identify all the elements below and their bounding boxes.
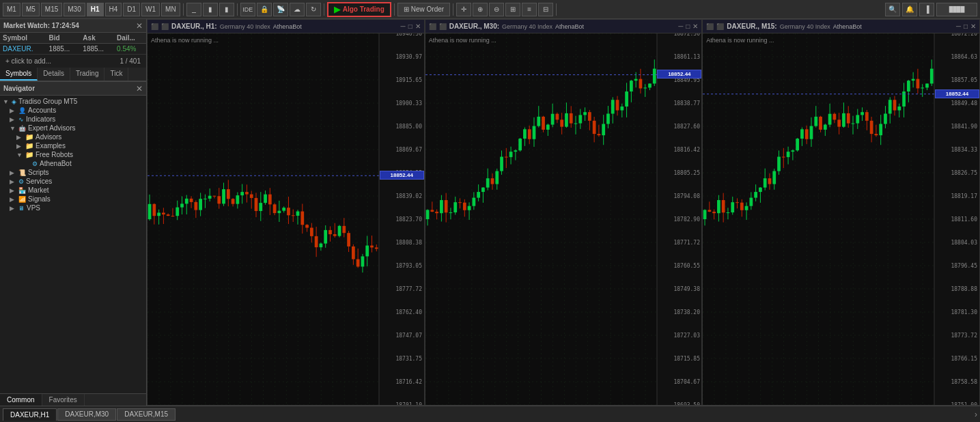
market-icon: 🏪 — [18, 187, 26, 194]
chart-h1-maximize[interactable]: □ — [408, 23, 412, 30]
tf-m5[interactable]: M5 — [22, 3, 40, 16]
crosshair-icon[interactable]: ✛ — [456, 3, 471, 16]
nav-indicators-label: Indicators — [26, 115, 55, 123]
radio-icon[interactable]: 📡 — [273, 3, 288, 16]
chart-h1-canvas — [148, 33, 424, 405]
zoom-out-icon[interactable]: ⊖ — [489, 3, 504, 16]
ide-icon[interactable]: IDE — [240, 3, 255, 16]
chart-m15-maximize[interactable]: □ — [964, 23, 968, 30]
candle-chart-icon[interactable]: ▮ — [219, 3, 234, 16]
nav-tradiso[interactable]: ▼ ◈ Tradiso Group MT5 — [0, 97, 146, 106]
expand-vps: ▶ — [10, 205, 16, 212]
col-symbol: Symbol — [0, 33, 46, 44]
nav-vps[interactable]: ▶ 🖥 VPS — [0, 203, 146, 212]
nav-tab-favorites[interactable]: Favorites — [42, 394, 85, 406]
chart-m15-bot: AthenaBot — [833, 23, 862, 30]
chart-m30-body[interactable]: Athena is now running ... 18852.44 — [425, 33, 702, 405]
tf-mn[interactable]: MN — [161, 3, 180, 16]
main-layout: Market Watch: 17:24:54 ✕ Symbol Bid Ask … — [0, 19, 980, 406]
account-balance-icon[interactable]: ████ — [936, 3, 977, 16]
tf-m1[interactable]: M1 — [3, 3, 20, 16]
tf-h1[interactable]: H1 — [87, 3, 104, 16]
chart-m30-canvas — [425, 33, 702, 405]
refresh-icon[interactable]: ↻ — [306, 3, 321, 16]
new-order-button[interactable]: ⊞ New Order — [397, 3, 450, 16]
charts-area: ⬛ ⬛ DAXEUR., H1: Germany 40 Index Athena… — [147, 19, 980, 406]
signal-strength-icon[interactable]: ▐ — [919, 3, 934, 16]
grid-icon[interactable]: ⊞ — [505, 3, 520, 16]
nav-advisors[interactable]: ▶ 📁 Advisors — [0, 132, 146, 141]
nav-athenabot[interactable]: ⚙ AthenaBot — [0, 159, 146, 168]
tab-trading[interactable]: Trading — [70, 68, 105, 81]
line-chart-icon[interactable]: ⎯ — [186, 3, 201, 16]
chart-m30: ⬛ ⬛ DAXEUR., M30: Germany 40 Index Athen… — [425, 19, 703, 406]
tf-m15[interactable]: M15 — [41, 3, 62, 16]
tab-symbols[interactable]: Symbols — [0, 68, 38, 81]
expand-accounts: ▶ — [10, 107, 16, 114]
nav-ea[interactable]: ▼ 🤖 Expert Advisors — [0, 124, 146, 132]
bottom-tab-m15[interactable]: DAXEUR,M15 — [117, 408, 176, 421]
bar-chart-icon[interactable]: ▮ — [203, 3, 218, 16]
algo-trading-button[interactable]: ▶ Algo Trading — [327, 2, 391, 17]
tf-d1[interactable]: D1 — [123, 3, 140, 16]
navigator-title: Navigator — [3, 85, 35, 92]
folder-icon-freerobots: 📁 — [25, 151, 33, 158]
chart-m15-minimize[interactable]: ─ — [956, 23, 961, 30]
nav-accounts[interactable]: ▶ 👤 Accounts — [0, 106, 146, 115]
cloud-icon[interactable]: ☁ — [290, 3, 305, 16]
zoom-in-icon[interactable]: ⊕ — [473, 3, 488, 16]
separator-2 — [237, 3, 238, 16]
chart-m15-symbol: DAXEUR., M15: — [727, 23, 776, 30]
chart-m15-desc: Germany 40 Index — [780, 23, 830, 30]
toolbar-right: 🔍 🔔 ▐ ████ — [885, 3, 977, 16]
nav-freerobots-label: Free Robots — [36, 151, 73, 158]
tf-w1[interactable]: W1 — [141, 3, 160, 16]
nav-scripts[interactable]: ▶ 📜 Scripts — [0, 168, 146, 177]
nav-examples-label: Examples — [36, 142, 66, 150]
nav-freerobots[interactable]: ▼ 📁 Free Robots — [0, 150, 146, 159]
chart-m30-maximize[interactable]: □ — [686, 23, 690, 30]
nav-indicators[interactable]: ▶ ∿ Indicators — [0, 115, 146, 124]
bottom-tab-h1[interactable]: DAXEUR,H1 — [3, 408, 57, 421]
market-row-daxeur[interactable]: DAXEUR. 1885... 1885... 0.54% — [0, 44, 146, 55]
separator-6 — [556, 3, 557, 16]
vps-icon: 🖥 — [18, 205, 25, 212]
tab-details[interactable]: Details — [38, 68, 70, 81]
charts-row: ⬛ ⬛ DAXEUR., H1: Germany 40 Index Athena… — [147, 19, 980, 406]
folder-icon-examples: 📁 — [25, 142, 33, 150]
nav-tradiso-label: Tradiso Group MT5 — [18, 98, 77, 105]
expand-indicators: ▶ — [10, 116, 16, 123]
nav-tab-common[interactable]: Common — [0, 394, 42, 406]
nav-examples[interactable]: ▶ 📁 Examples — [0, 141, 146, 150]
new-order-icon: ⊞ — [404, 5, 409, 13]
market-watch-close[interactable]: ✕ — [136, 21, 143, 31]
lock-icon[interactable]: 🔒 — [257, 3, 272, 16]
chart-m15-close[interactable]: ✕ — [970, 23, 976, 30]
service-icon: ⚙ — [18, 178, 24, 185]
bottom-tab-m30[interactable]: DAXEUR,M30 — [57, 408, 116, 421]
navigator-close[interactable]: ✕ — [136, 84, 143, 94]
market-watch: Market Watch: 17:24:54 ✕ Symbol Bid Ask … — [0, 19, 146, 82]
chart-m30-close[interactable]: ✕ — [692, 23, 698, 30]
screenshot-icon[interactable]: ⊟ — [538, 3, 553, 16]
notification-icon[interactable]: 🔔 — [902, 3, 917, 16]
volume-icon[interactable]: ≡ — [522, 3, 537, 16]
nav-bottom-tabs: Common Favorites — [0, 393, 146, 406]
chart-h1-body[interactable]: Athena is now running ... 18852.44 — [148, 33, 424, 405]
expand-scripts: ▶ — [10, 169, 16, 176]
add-symbol[interactable]: + click to add... — [3, 55, 54, 67]
chart-m15-title-left: ⬛ ⬛ DAXEUR., M15: Germany 40 Index Athen… — [706, 23, 861, 30]
nav-signals[interactable]: ▶ 📶 Signals — [0, 195, 146, 203]
chart-m15-body[interactable]: Athena is now running ... 18852.44 — [703, 33, 979, 405]
col-bid: Bid — [46, 33, 81, 44]
bottom-tab-scroll-right[interactable]: › — [975, 410, 977, 419]
tab-tick[interactable]: Tick — [104, 68, 128, 81]
tf-h4[interactable]: H4 — [105, 3, 122, 16]
tf-m30[interactable]: M30 — [64, 3, 85, 16]
search-button[interactable]: 🔍 — [885, 3, 900, 16]
chart-h1-minimize[interactable]: ─ — [401, 23, 406, 30]
nav-market[interactable]: ▶ 🏪 Market — [0, 186, 146, 195]
chart-h1-close[interactable]: ✕ — [415, 23, 421, 30]
chart-m30-minimize[interactable]: ─ — [678, 23, 683, 30]
nav-services[interactable]: ▶ ⚙ Services — [0, 177, 146, 186]
